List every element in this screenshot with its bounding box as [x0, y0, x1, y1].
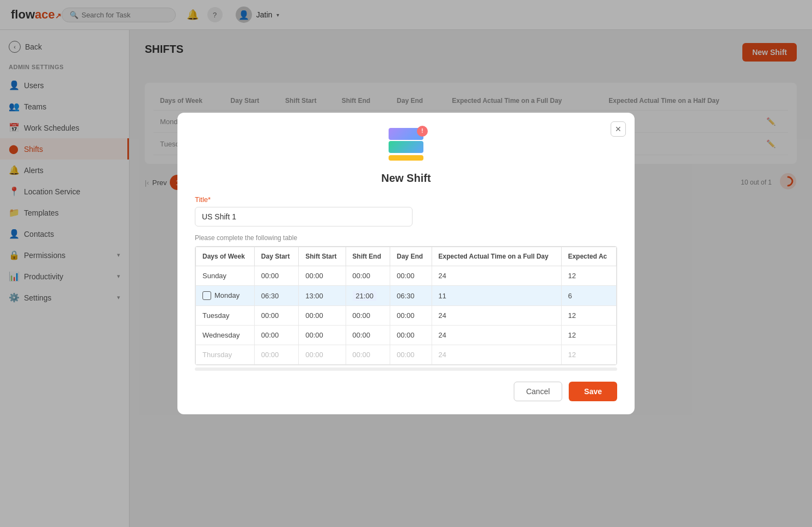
wednesday-day-start: 00:00	[254, 326, 298, 345]
th-day-end: Day End	[390, 247, 432, 266]
thursday-shift-end: 00:00	[346, 345, 390, 365]
monday-half: 6	[561, 285, 616, 306]
modal-overlay[interactable]: ✕ ! New Shift Title* Please complete the…	[0, 0, 812, 527]
tuesday-day-start: 00:00	[254, 306, 298, 326]
table-row-monday: Monday 06:30 13:00 21:00 06:30 11 6	[196, 285, 617, 306]
sunday-day-start: 00:00	[254, 266, 298, 285]
sunday-shift-end: 00:00	[346, 266, 390, 285]
thursday-day-start: 00:00	[254, 345, 298, 365]
shift-illustration: !	[384, 128, 428, 163]
required-asterisk: *	[208, 195, 211, 204]
th-full-day: Expected Actual Time on a Full Day	[432, 247, 561, 266]
table-row-wednesday: Wednesday 00:00 00:00 00:00 00:00 24 12	[196, 326, 617, 345]
wednesday-shift-end: 00:00	[346, 326, 390, 345]
table-row-sunday: Sunday 00:00 00:00 00:00 00:00 24 12	[196, 266, 617, 285]
tuesday-full: 24	[432, 306, 561, 326]
monday-shift-end-cell: 21:00	[353, 291, 377, 301]
sunday-half: 12	[561, 266, 616, 285]
close-icon: ✕	[615, 125, 622, 133]
wednesday-shift-start: 00:00	[299, 326, 346, 345]
modal-title: New Shift	[195, 172, 617, 185]
tuesday-label: Tuesday	[196, 306, 255, 326]
sunday-day-end: 00:00	[390, 266, 432, 285]
monday-shift-start: 13:00	[299, 285, 346, 306]
sunday-full: 24	[432, 266, 561, 285]
wednesday-half: 12	[561, 326, 616, 345]
shift-table-container[interactable]: Days of Week Day Start Shift Start Shift…	[195, 246, 617, 366]
thursday-half: 12	[561, 345, 616, 365]
th-shift-end: Shift End	[346, 247, 390, 266]
save-button[interactable]: Save	[569, 382, 617, 401]
title-field-group: Title*	[195, 195, 617, 226]
badge-icon: !	[417, 126, 428, 137]
sunday-shift-start: 00:00	[299, 266, 346, 285]
table-row-tuesday: Tuesday 00:00 00:00 00:00 00:00 24 12	[196, 306, 617, 326]
new-shift-modal: ✕ ! New Shift Title* Please complete the…	[177, 113, 635, 415]
modal-footer: Cancel Save	[195, 382, 617, 401]
monday-day-start: 06:30	[254, 285, 298, 306]
thursday-day-end: 00:00	[390, 345, 432, 365]
thursday-label: Thursday	[196, 345, 255, 365]
tuesday-half: 12	[561, 306, 616, 326]
monday-full: 11	[432, 285, 561, 306]
modal-close-button[interactable]: ✕	[611, 121, 626, 137]
modal-icon-area: !	[195, 128, 617, 166]
monday-day-end: 06:30	[390, 285, 432, 306]
monday-shift-end: 21:00	[346, 285, 390, 306]
card2-icon	[389, 141, 423, 153]
monday-checkbox[interactable]	[202, 291, 211, 300]
monday-label: Monday	[196, 285, 255, 306]
wednesday-label: Wednesday	[196, 326, 255, 345]
wednesday-full: 24	[432, 326, 561, 345]
sunday-label: Sunday	[196, 266, 255, 285]
thursday-full: 24	[432, 345, 561, 365]
shift-days-table: Days of Week Day Start Shift Start Shift…	[195, 247, 617, 365]
th-day-start: Day Start	[254, 247, 298, 266]
thursday-shift-start: 00:00	[299, 345, 346, 365]
card3-icon	[389, 155, 423, 161]
table-row-thursday: Thursday 00:00 00:00 00:00 00:00 24 12	[196, 345, 617, 365]
wednesday-day-end: 00:00	[390, 326, 432, 345]
title-field-label: Title*	[195, 195, 617, 204]
tuesday-day-end: 00:00	[390, 306, 432, 326]
title-input[interactable]	[195, 207, 413, 226]
tuesday-shift-end: 00:00	[346, 306, 390, 326]
table-instruction: Please complete the following table	[195, 234, 617, 242]
th-half-day: Expected Ac	[561, 247, 616, 266]
th-shift-start: Shift Start	[299, 247, 346, 266]
th-days: Days of Week	[196, 247, 255, 266]
scrollbar-track	[195, 367, 617, 371]
cancel-button[interactable]: Cancel	[514, 382, 563, 401]
tuesday-shift-start: 00:00	[299, 306, 346, 326]
